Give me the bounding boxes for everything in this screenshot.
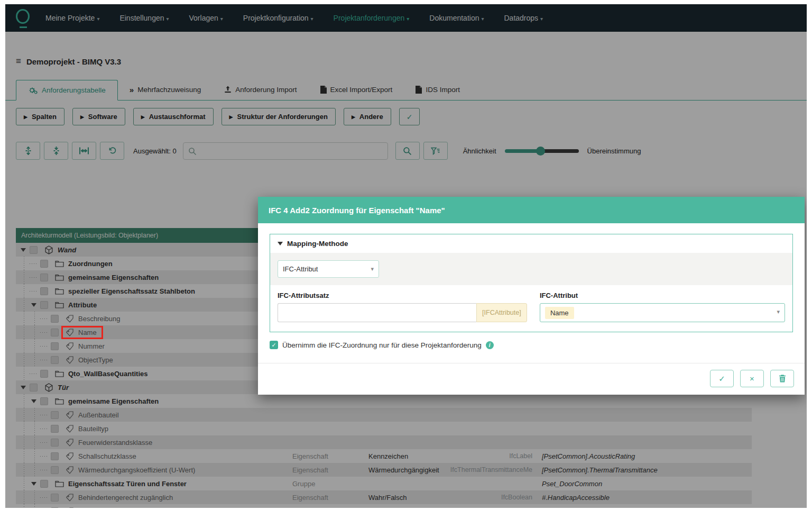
method-select-section: IFC-Attribut ▾ [270,253,792,285]
dialog-footer: ✓ × [258,363,805,395]
chevron-down-icon: ▾ [371,266,374,272]
ifc-attribut-select[interactable]: Name ▾ [540,303,785,322]
delete-button[interactable] [770,370,794,387]
dialog-header: IFC 4 Add2 Zuordnung für Eigenschaft "Na… [258,197,805,223]
screenshot-frame: Meine Projekte▾Einstellungen▾Vorlagen▾Pr… [0,0,812,510]
mapping-method-title: Mapping-Methode [287,240,348,248]
apply-only-row: ✓ Übernimm die IFC-Zuordnung nur für die… [270,341,793,349]
ifc-attributsatz-label: IFC-Attributsatz [278,292,527,299]
chevron-down-icon: ▾ [777,308,780,315]
mapping-method-toggle[interactable]: Mapping-Methode [270,234,792,253]
trash-icon [779,375,786,382]
app-window: Meine Projekte▾Einstellungen▾Vorlagen▾Pr… [5,4,807,508]
attribut-field-group: IFC-Attribut Name ▾ [540,292,785,322]
confirm-button[interactable]: ✓ [710,370,734,387]
collapse-caret-icon [278,242,283,245]
mapping-method-value: IFC-Attribut [283,265,318,273]
mapping-method-select[interactable]: IFC-Attribut ▾ [278,260,379,278]
attributsatz-field-group: IFC-Attributsatz [IFCAttribute] [278,292,527,322]
ifc-attribut-value: Name [545,307,574,319]
mapping-dialog: IFC 4 Add2 Zuordnung für Eigenschaft "Na… [258,197,805,395]
cancel-button[interactable]: × [740,370,764,387]
ifc-attributsatz-input[interactable] [278,303,476,322]
ifc-attribute-addon: [IFCAttribute] [476,303,527,322]
info-icon[interactable]: i [486,341,494,349]
attributsatz-input-group: [IFCAttribute] [278,303,527,322]
apply-only-checkbox[interactable]: ✓ [270,341,278,349]
ifc-attribut-label: IFC-Attribut [540,292,785,299]
mapping-fields: IFC-Attributsatz [IFCAttribute] IFC-Attr… [270,285,792,332]
dialog-title: IFC 4 Add2 Zuordnung für Eigenschaft "Na… [269,206,445,215]
apply-only-label: Übernimm die IFC-Zuordnung nur für diese… [282,341,482,349]
dialog-body: Mapping-Methode IFC-Attribut ▾ IFC-Attri… [258,223,805,363]
mapping-method-panel: Mapping-Methode IFC-Attribut ▾ IFC-Attri… [270,234,793,332]
tag-icon [66,329,74,336]
node-label[interactable]: Name [78,329,97,336]
highlighted-node[interactable]: Name [63,328,99,337]
